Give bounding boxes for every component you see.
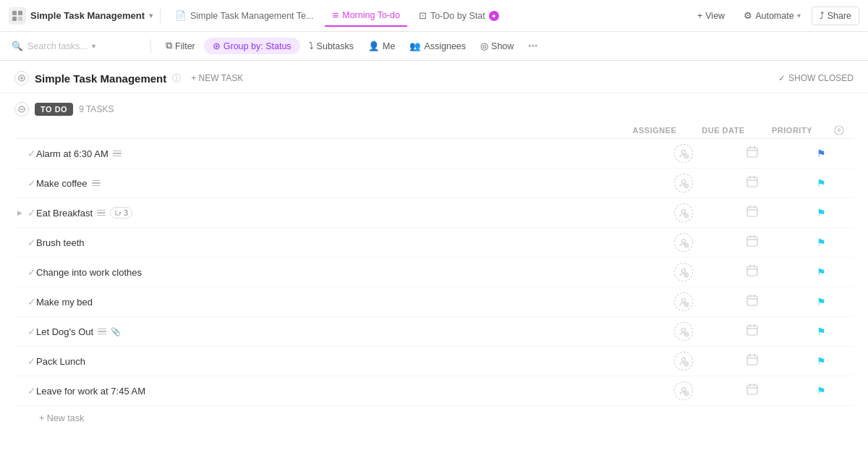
task-assignee[interactable] [651,352,716,371]
avatar-placeholder[interactable] [674,203,693,222]
check-icon: ✓ [778,73,786,83]
task-menu-icon[interactable] [92,180,101,187]
task-assignee[interactable] [651,381,716,400]
check-icon[interactable]: ✓ [27,355,36,367]
check-icon[interactable]: ✓ [27,207,36,219]
tab-morning-icon: ≡ [332,9,339,21]
assignees-button[interactable]: 👥 Assignees [404,38,472,54]
task-priority[interactable]: ⚑ [788,385,854,397]
subtasks-button[interactable]: ⤵ Subtasks [303,38,359,54]
check-icon[interactable]: ✓ [27,296,36,308]
task-priority[interactable]: ⚑ [788,326,854,337]
view-button[interactable]: + View [689,7,733,25]
new-task-row[interactable]: + New task [14,406,854,423]
task-assignee[interactable] [651,203,716,222]
calendar-icon[interactable] [746,145,759,161]
task-row[interactable]: ✓ Make my bed ⚑ [14,287,854,317]
project-collapse-button[interactable] [14,71,29,85]
task-assignee[interactable] [651,144,716,163]
task-priority[interactable]: ⚑ [788,207,854,219]
check-icon[interactable]: ✓ [27,177,36,189]
svg-rect-41 [747,237,757,246]
search-box[interactable]: 🔍 Search tasks... ▾ [12,41,142,51]
avatar-placeholder[interactable] [674,174,693,192]
task-row[interactable]: ✓ Brush teeth ⚑ [14,228,854,258]
calendar-icon[interactable] [746,323,759,339]
more-button[interactable]: ••• [522,38,543,54]
task-duedate[interactable] [716,145,788,161]
new-task-button[interactable]: + NEW TASK [187,72,247,85]
avatar-placeholder[interactable] [674,322,693,341]
task-priority[interactable]: ⚑ [788,177,854,189]
task-duedate[interactable] [716,175,788,191]
automate-button[interactable]: ⚙ Automate ▾ [736,6,809,25]
me-button[interactable]: 👤 Me [362,38,401,54]
task-assignee[interactable] [651,322,716,341]
col-add-button[interactable] [825,125,854,135]
group-by-button[interactable]: ⊛ Group by: Status [204,38,300,54]
calendar-icon[interactable] [746,294,759,310]
task-row[interactable]: ▶ ✓ Eat Breakfast 3 ⚑ [14,198,854,228]
task-priority[interactable]: ⚑ [788,296,854,308]
task-row[interactable]: ✓ Alarm at 6:30 AM ⚑ [14,139,854,169]
avatar-placeholder[interactable] [674,263,693,282]
task-name: Make my bed [36,297,651,308]
task-priority[interactable]: ⚑ [788,148,854,159]
task-duedate[interactable] [716,323,788,339]
calendar-icon[interactable] [746,234,759,250]
task-row[interactable]: ✓ Leave for work at 7:45 AM [14,376,854,406]
task-menu-icon[interactable] [97,210,106,216]
task-row[interactable]: ✓ Make coffee ⚑ [14,169,854,198]
task-duedate[interactable] [716,383,788,399]
task-duedate[interactable] [716,234,788,250]
task-priority[interactable]: ⚑ [788,355,854,367]
task-menu-icon[interactable] [98,329,106,335]
check-icon[interactable]: ✓ [27,266,36,278]
task-duedate[interactable] [716,353,788,369]
check-icon[interactable]: ✓ [27,385,36,397]
show-button[interactable]: ◎ Show [475,38,519,54]
calendar-icon[interactable] [746,264,759,280]
task-duedate[interactable] [716,264,788,280]
share-button[interactable]: ⤴ Share [812,7,859,25]
tab-status[interactable]: ⊡ To-Do by Stat ● [412,6,506,25]
avatar-placeholder[interactable] [674,352,693,371]
show-closed-button[interactable]: ✓ SHOW CLOSED [778,73,854,83]
check-icon[interactable]: ✓ [27,326,36,337]
avatar-placeholder[interactable] [674,381,693,400]
task-menu-icon[interactable] [113,151,122,157]
expand-button[interactable]: ▶ [14,208,25,218]
task-assignee[interactable] [651,233,716,252]
filter-button[interactable]: ⧉ Filter [160,38,201,54]
show-closed-label: SHOW CLOSED [788,73,854,83]
task-assignee[interactable] [651,263,716,282]
task-priority[interactable]: ⚑ [788,237,854,248]
task-priority[interactable]: ⚑ [788,266,854,278]
calendar-icon[interactable] [746,353,759,369]
task-assignee[interactable] [651,292,716,311]
calendar-icon[interactable] [746,175,759,191]
avatar-placeholder[interactable] [674,144,693,163]
check-icon[interactable]: ✓ [27,237,36,248]
task-row[interactable]: ✓ Let Dog's Out 📎 ⚑ [14,317,854,347]
task-name: Brush teeth [36,237,651,248]
check-icon[interactable]: ✓ [27,148,36,159]
group-collapse-button[interactable] [14,102,29,117]
task-duedate[interactable] [716,205,788,221]
task-duedate[interactable] [716,294,788,310]
subtasks-icon: ⤵ [309,41,314,51]
app-logo[interactable]: Simple Task Management ▾ [9,7,153,25]
task-assignee[interactable] [651,174,716,192]
calendar-icon[interactable] [746,383,759,399]
task-check-area: ✓ [14,296,36,308]
task-row[interactable]: ✓ Pack Lunch ⚑ [14,347,854,376]
svg-rect-1 [18,11,22,15]
avatar-placeholder[interactable] [674,292,693,311]
avatar-placeholder[interactable] [674,233,693,252]
info-icon[interactable]: ⓘ [172,72,181,85]
tab-morning[interactable]: ≡ Morning To-do [325,4,407,27]
tab-status-icon: ⊡ [419,10,427,21]
tab-list[interactable]: 📄 Simple Task Management Te... [168,6,320,25]
task-row[interactable]: ✓ Change into work clothes ⚑ [14,258,854,287]
calendar-icon[interactable] [746,205,759,221]
